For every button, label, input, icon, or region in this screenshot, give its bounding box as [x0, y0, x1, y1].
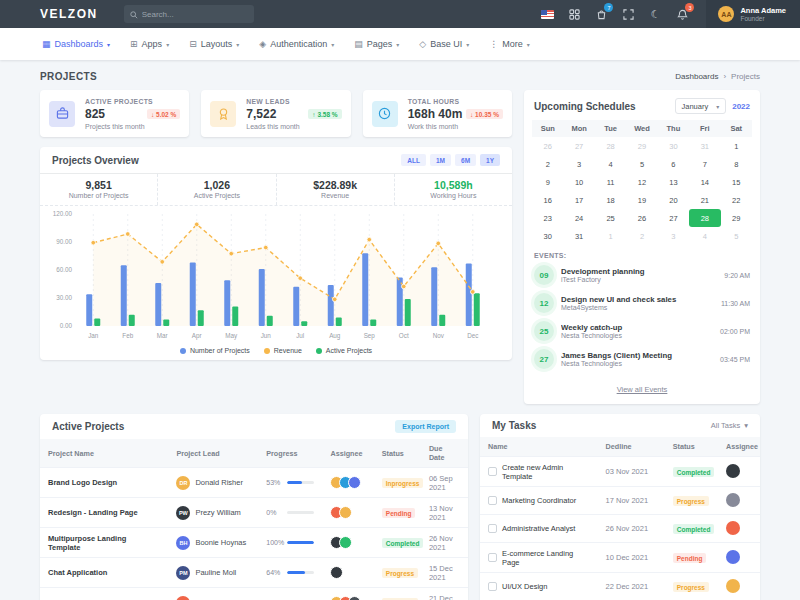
avatar: BH	[176, 536, 190, 550]
task-checkbox[interactable]	[488, 467, 497, 476]
calendar-day[interactable]: 31	[689, 137, 720, 155]
calendar-day[interactable]: 9	[532, 173, 563, 191]
calendar-day[interactable]: 30	[532, 227, 563, 245]
calendar-day[interactable]: 15	[721, 173, 752, 191]
nav-item-layouts[interactable]: ⊟Layouts▾	[189, 39, 239, 49]
task-checkbox[interactable]	[488, 524, 497, 533]
calendar-day[interactable]: 31	[563, 227, 594, 245]
calendar-day[interactable]: 18	[595, 191, 626, 209]
calendar-day[interactable]: 29	[721, 209, 752, 227]
calendar-day[interactable]: 12	[626, 173, 657, 191]
calendar-day[interactable]: 1	[595, 227, 626, 245]
calendar-day[interactable]: 14	[689, 173, 720, 191]
range-button-1m[interactable]: 1M	[430, 154, 451, 166]
calendar-day[interactable]: 21	[689, 191, 720, 209]
calendar-day-selected[interactable]: 28	[689, 209, 720, 227]
status-badge: Progress	[382, 568, 418, 578]
chevron-down-icon: ▾	[466, 41, 469, 48]
calendar-day[interactable]: 5	[626, 155, 657, 173]
calendar-day[interactable]: 2	[626, 227, 657, 245]
project-name: Chat Application	[40, 558, 168, 588]
nav-item-authentication[interactable]: ◈Authentication▾	[259, 39, 334, 49]
stat-card-total-hours: TOTAL HOURS168h 40m↓ 10.35 %Work this mo…	[363, 90, 512, 137]
breadcrumb-dashboards[interactable]: Dashboards	[675, 72, 718, 81]
calendar-day[interactable]: 7	[689, 155, 720, 173]
calendar-day[interactable]: 10	[563, 173, 594, 191]
overview-stat-value: 10,589h	[395, 179, 512, 191]
view-all-events-link[interactable]: View all Events	[617, 385, 668, 394]
logo[interactable]: VELZON	[40, 7, 98, 21]
nav-item-label: Layouts	[201, 39, 233, 49]
task-checkbox[interactable]	[488, 582, 497, 591]
progress-value: 64%	[266, 569, 283, 576]
calendar-day[interactable]: 27	[563, 137, 594, 155]
calendar-day[interactable]: 4	[689, 227, 720, 245]
briefcase-icon	[49, 101, 75, 127]
projects-overview-card: Projects Overview ALL1M6M1Y 9,851Number …	[40, 147, 512, 360]
calendar-day[interactable]: 13	[658, 173, 689, 191]
calendar-day[interactable]: 30	[658, 137, 689, 155]
calendar-week: 303112345	[532, 227, 752, 245]
month-select[interactable]: January ▾	[675, 98, 727, 114]
calendar-day[interactable]: 29	[626, 137, 657, 155]
stat-value: 7,522	[246, 107, 276, 121]
calendar: SunMonTueWedThuFriSat 262728293031123456…	[524, 120, 760, 245]
fullscreen-icon[interactable]	[621, 7, 635, 21]
calendar-day[interactable]: 3	[658, 227, 689, 245]
task-checkbox[interactable]	[488, 553, 497, 562]
nav-item-base-ui[interactable]: ◇Base UI▾	[419, 39, 469, 49]
nav-item-apps[interactable]: ⊞Apps▾	[130, 39, 169, 49]
dark-mode-icon[interactable]: ☾	[648, 7, 662, 21]
calendar-day[interactable]: 20	[658, 191, 689, 209]
svg-text:Sep: Sep	[364, 332, 376, 340]
event-title: James Bangs (Client) Meeting	[561, 351, 713, 360]
search-box	[124, 5, 254, 23]
calendar-day[interactable]: 2	[532, 155, 563, 173]
range-button-6m[interactable]: 6M	[455, 154, 476, 166]
tasks-filter-dropdown[interactable]: All Tasks ▾	[711, 421, 748, 430]
notifications-icon[interactable]: 3	[675, 7, 689, 21]
calendar-day[interactable]: 25	[595, 209, 626, 227]
search-input[interactable]	[142, 10, 248, 19]
calendar-day[interactable]: 24	[563, 209, 594, 227]
export-report-button[interactable]: Export Report	[395, 420, 456, 433]
task-checkbox[interactable]	[488, 496, 497, 505]
range-button-all[interactable]: ALL	[401, 154, 426, 166]
svg-text:Nov: Nov	[433, 332, 445, 339]
calendar-day[interactable]: 11	[595, 173, 626, 191]
stat-card-new-leads: NEW LEADS7,522↑ 3.58 %Leads this month	[201, 90, 350, 137]
calendar-day[interactable]: 17	[563, 191, 594, 209]
calendar-day[interactable]: 23	[532, 209, 563, 227]
calendar-day[interactable]: 5	[721, 227, 752, 245]
progress-bar	[287, 511, 314, 515]
stat-card-active-projects: ACTIVE PROJECTS825↓ 5.02 %Projects this …	[40, 90, 189, 137]
calendar-day[interactable]: 4	[595, 155, 626, 173]
calendar-day[interactable]: 19	[626, 191, 657, 209]
calendar-day[interactable]: 26	[626, 209, 657, 227]
svg-text:May: May	[225, 332, 238, 340]
calendar-day[interactable]: 3	[563, 155, 594, 173]
calendar-day[interactable]: 26	[532, 137, 563, 155]
event-item: 09Development planningiTest Factory9:20 …	[524, 261, 760, 289]
calendar-day[interactable]: 6	[658, 155, 689, 173]
nav-item-pages[interactable]: ▤Pages▾	[354, 39, 399, 49]
status-badge: Completed	[382, 538, 424, 548]
cart-icon[interactable]: 7	[594, 7, 608, 21]
event-item: 12Design new UI and check salesMeta4Syst…	[524, 289, 760, 317]
calendar-day[interactable]: 1	[721, 137, 752, 155]
language-flag-icon[interactable]	[540, 7, 554, 21]
chart-legend: Number of ProjectsRevenueActive Projects	[40, 346, 512, 360]
event-day-badge: 27	[534, 349, 554, 369]
topbar-actions: 7 ☾ 3 AA Anna Adame Founder	[540, 0, 800, 28]
calendar-day[interactable]: 22	[721, 191, 752, 209]
calendar-day[interactable]: 8	[721, 155, 752, 173]
calendar-day[interactable]: 28	[595, 137, 626, 155]
user-menu[interactable]: AA Anna Adame Founder	[706, 0, 800, 28]
range-button-1y[interactable]: 1Y	[480, 154, 500, 166]
calendar-day[interactable]: 27	[658, 209, 689, 227]
calendar-day[interactable]: 16	[532, 191, 563, 209]
apps-grid-icon[interactable]	[567, 7, 581, 21]
nav-item-dashboards[interactable]: ▦Dashboards▾	[42, 39, 110, 49]
nav-item-more[interactable]: ⋮More▾	[489, 39, 530, 49]
task-name: Administrative Analyst	[488, 524, 590, 533]
